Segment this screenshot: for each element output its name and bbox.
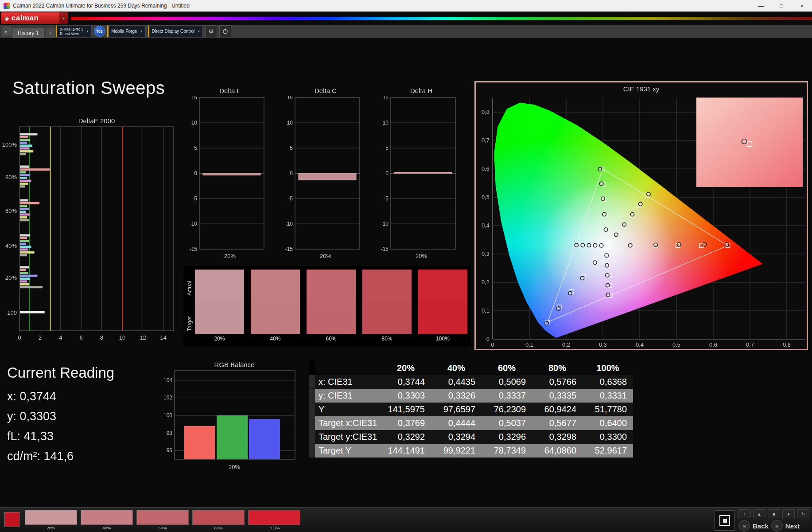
reading-line: y: 0,3303 [7, 407, 114, 426]
pattern-thumbnail[interactable]: 40% [81, 510, 133, 531]
measured-marker [606, 283, 610, 287]
cie-1931-panel: CIE 1931 xy [474, 81, 808, 350]
delta-chart-xlabel: 20% [284, 253, 361, 259]
main-menu-caret-icon[interactable]: ▼ [59, 12, 68, 24]
pattern-thumbnail-label: 100% [248, 525, 300, 531]
deltae-bar [20, 185, 25, 188]
meter-selector[interactable]: X-Rite i1Pro 3 Direct View ▼ [56, 25, 92, 37]
table-cell: 99,9221 [431, 444, 482, 458]
transport-column: ↑▲■●↻ « Back » Next [738, 509, 809, 532]
deltae-bar [20, 183, 28, 185]
swatch-label: 20% [195, 334, 244, 343]
meter-selector-label: X-Rite i1Pro 3 Direct View [60, 27, 83, 36]
y-tick-label: 100% [2, 141, 17, 148]
eject-button[interactable]: ▲ [753, 509, 765, 518]
table-cell: 97,6597 [431, 403, 482, 416]
pattern-window-icon [719, 515, 730, 526]
measured-marker [556, 307, 560, 310]
measured-marker [614, 233, 618, 236]
maximize-button[interactable]: □ [771, 0, 792, 12]
deltae-bar [20, 177, 27, 179]
measured-marker [598, 167, 602, 171]
y-tick-label: -5 [192, 196, 197, 202]
deltae-bar [20, 133, 37, 135]
measured-marker [605, 263, 609, 267]
table-cell: 52,9617 [583, 444, 633, 458]
row-label: y: CIE31 [315, 389, 381, 403]
pattern-thumbnail-swatch [192, 510, 245, 525]
table-cell: 0,3744 [381, 375, 431, 389]
pattern-option-buttons: ↑▲■●↻ [738, 509, 809, 518]
delta-bar [299, 173, 356, 180]
next-label[interactable]: Next [785, 522, 800, 530]
delta-chart-xlabel: 20% [379, 253, 457, 259]
measured-marker [622, 223, 626, 226]
deltae-bar [20, 199, 28, 201]
deltae-bar [20, 240, 29, 242]
history-panel-toggle[interactable]: ▸ [2, 27, 11, 36]
y-tick-label: 0,4 [482, 222, 490, 229]
power-button[interactable] [219, 25, 231, 37]
current-pattern-swatch [4, 512, 19, 527]
deltae-2000-chart: DeltaE 2000 02468101214100%80%60%40%20%1… [2, 117, 179, 348]
column-header: 20% [381, 361, 431, 375]
table-cell: 0,3769 [381, 416, 431, 430]
next-button[interactable]: » [771, 520, 783, 532]
color-inset [696, 98, 803, 187]
deltae-bar [20, 153, 26, 155]
table-row: Target y:CIE310,32920,32940,32960,32980,… [309, 430, 633, 444]
deltae-bar [20, 216, 27, 219]
calman-logo-icon: ◈ [4, 15, 9, 22]
compare-swatch: 80% [362, 270, 412, 343]
y-tick-label: 104 [163, 377, 172, 383]
row-label: Target y:CIE31 [315, 430, 381, 444]
delta-lch-charts: Delta L151050-5-10-1520%Delta C151050-5-… [188, 87, 457, 259]
page-title: Saturation Sweeps [12, 78, 165, 98]
back-button[interactable]: « [738, 520, 750, 532]
measured-marker [568, 291, 572, 295]
pattern-thumbnail[interactable]: 80% [192, 510, 245, 531]
y-tick-label: 0 [486, 336, 490, 342]
deltae-bar [20, 283, 29, 286]
stop-button[interactable]: ■ [768, 509, 780, 518]
actual-swatch [362, 270, 412, 302]
arrow-up-button[interactable]: ↑ [738, 509, 751, 518]
source-selector[interactable]: Mobile Forge ▼ [107, 25, 145, 37]
table-cell: 144,1491 [381, 444, 431, 458]
pattern-thumbnail[interactable]: 100% [248, 510, 300, 531]
actual-swatch [418, 270, 467, 302]
refresh-button[interactable]: ↻ [797, 509, 809, 518]
x-tick-label: 0,4 [636, 341, 644, 348]
table-cell: 0,3294 [431, 430, 482, 444]
table-cell: 60,9424 [532, 403, 583, 416]
settings-button[interactable]: ⚙ [205, 25, 217, 37]
table-row: Y141,597597,659776,230960,942451,7780 [309, 403, 633, 416]
pattern-thumbnail[interactable]: 60% [136, 510, 189, 531]
rgb-chart-title: RGB Balance [159, 361, 297, 370]
measured-marker [606, 293, 610, 297]
y-tick-label: 0,5 [482, 194, 490, 200]
table-row: x: CIE310,37440,44350,50690,57660,6368 [309, 375, 633, 389]
close-button[interactable]: × [792, 0, 812, 12]
titlebar: Calman 2022 Calman Ultimate for Business… [0, 0, 812, 12]
deltae-bar [20, 150, 33, 153]
meter-line2: Direct View [60, 31, 83, 36]
pattern-window-button[interactable] [715, 510, 735, 531]
pattern-thumbnail[interactable]: 20% [25, 510, 77, 531]
deltae-chart-canvas: 02468101214100%80%60%40%20%100 [2, 126, 179, 346]
row-gutter [309, 389, 315, 403]
add-tab-button[interactable]: + [46, 28, 56, 38]
display-control-selector[interactable]: Direct Display Control ▼ [148, 25, 203, 37]
meter-badge[interactable]: 702 [94, 26, 105, 37]
table-cell: 141,5975 [381, 403, 431, 416]
row-gutter [309, 416, 315, 430]
y-tick-label: 0,1 [482, 307, 490, 314]
calman-logo[interactable]: ◈ calman ▼ [1, 12, 68, 24]
record-button[interactable]: ● [782, 509, 795, 518]
deltae-bar [20, 208, 29, 210]
x-tick-label: 4 [59, 334, 62, 341]
minimize-button[interactable]: — [751, 0, 771, 12]
back-label[interactable]: Back [753, 522, 769, 530]
deltae-bar [20, 168, 50, 171]
tab-history-1[interactable]: History 1 [12, 28, 44, 38]
